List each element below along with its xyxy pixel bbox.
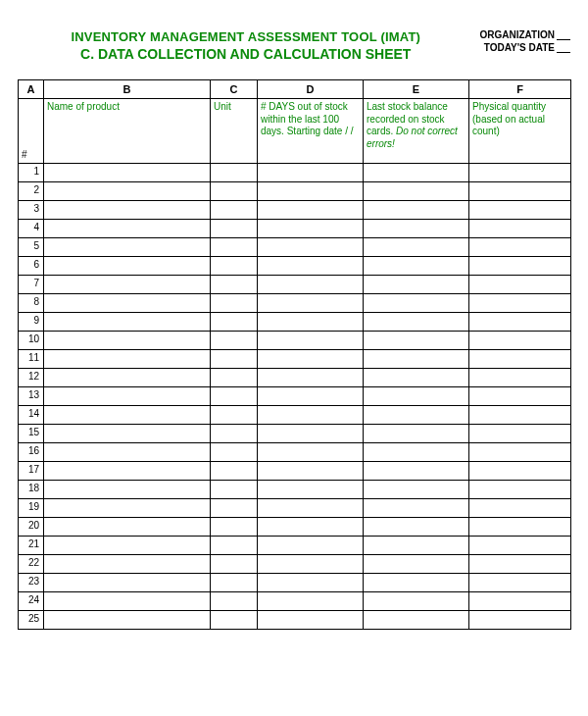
- cell: [258, 164, 364, 182]
- col-letter-e: E: [364, 80, 469, 99]
- cell: [258, 201, 364, 220]
- table-row: 7: [19, 276, 571, 294]
- cell: [469, 350, 571, 369]
- top-row: INVENTORY MANAGEMENT ASSESSMENT TOOL (IM…: [18, 29, 570, 62]
- data-rows: 1234567891011121314151617181920212223242…: [19, 164, 571, 630]
- cell: [211, 238, 258, 257]
- meta-organization: ORGANIZATION: [480, 29, 570, 40]
- table-row: 18: [19, 481, 571, 499]
- table-row: 17: [19, 462, 571, 481]
- cell: [469, 443, 571, 462]
- row-number: 13: [19, 387, 44, 406]
- row-number: 12: [19, 369, 44, 387]
- col-letter-f: F: [469, 80, 571, 99]
- row-number: 21: [19, 537, 44, 555]
- cell: [469, 462, 571, 481]
- cell: [258, 462, 364, 481]
- cell: [44, 350, 211, 369]
- cell: [44, 220, 211, 238]
- row-number: 8: [19, 294, 44, 313]
- cell: [258, 443, 364, 462]
- cell: [211, 257, 258, 276]
- page-container: INVENTORY MANAGEMENT ASSESSMENT TOOL (IM…: [0, 0, 588, 649]
- cell: [211, 555, 258, 574]
- table-row: 24: [19, 592, 571, 611]
- cell: [469, 574, 571, 592]
- cell: [258, 574, 364, 592]
- row-number: 15: [19, 425, 44, 443]
- column-letter-row: A B C D E F: [19, 80, 571, 99]
- cell: [211, 518, 258, 537]
- cell: [469, 425, 571, 443]
- cell: [211, 164, 258, 182]
- table-row: 21: [19, 537, 571, 555]
- table-row: 23: [19, 574, 571, 592]
- cell: [44, 443, 211, 462]
- cell: [364, 406, 469, 425]
- row-number: 7: [19, 276, 44, 294]
- cell: [364, 350, 469, 369]
- row-number: 1: [19, 164, 44, 182]
- cell: [44, 462, 211, 481]
- cell: [469, 481, 571, 499]
- cell: [44, 294, 211, 313]
- table-row: 13: [19, 387, 571, 406]
- cell: [364, 443, 469, 462]
- meta-org-label: ORGANIZATION: [480, 29, 555, 40]
- cell: [258, 537, 364, 555]
- cell: [211, 387, 258, 406]
- cell: [364, 499, 469, 518]
- cell: [44, 592, 211, 611]
- cell: [44, 369, 211, 387]
- col-letter-c: C: [211, 80, 258, 99]
- cell: [211, 350, 258, 369]
- row-number: 25: [19, 611, 44, 630]
- cell: [44, 201, 211, 220]
- cell: [364, 220, 469, 238]
- col-letter-b: B: [44, 80, 211, 99]
- table-row: 25: [19, 611, 571, 630]
- table-row: 2: [19, 182, 571, 201]
- cell: [44, 574, 211, 592]
- cell: [469, 164, 571, 182]
- cell: [469, 182, 571, 201]
- cell: [469, 257, 571, 276]
- cell: [364, 182, 469, 201]
- title-line-2: C. DATA COLLECTION AND CALCULATION SHEET: [18, 46, 474, 62]
- table-row: 16: [19, 443, 571, 462]
- table-row: 5: [19, 238, 571, 257]
- cell: [469, 332, 571, 350]
- cell: [44, 238, 211, 257]
- cell: [44, 313, 211, 332]
- row-number: 24: [19, 592, 44, 611]
- cell: [364, 332, 469, 350]
- cell: [364, 257, 469, 276]
- cell: [211, 537, 258, 555]
- cell: [469, 406, 571, 425]
- cell: [258, 592, 364, 611]
- cell: [44, 406, 211, 425]
- row-number: 17: [19, 462, 44, 481]
- meta-block: ORGANIZATION TODAY'S DATE: [480, 29, 570, 55]
- cell: [211, 443, 258, 462]
- cell: [469, 313, 571, 332]
- table-row: 3: [19, 201, 571, 220]
- table-row: 12: [19, 369, 571, 387]
- cell: [258, 406, 364, 425]
- cell: [469, 611, 571, 630]
- cell: [211, 574, 258, 592]
- cell: [258, 182, 364, 201]
- cell: [469, 518, 571, 537]
- cell: [364, 369, 469, 387]
- header-a: #: [19, 99, 44, 164]
- data-sheet-table: A B C D E F # Name of product Unit # DAY…: [18, 79, 571, 630]
- cell: [211, 611, 258, 630]
- table-row: 15: [19, 425, 571, 443]
- table-row: 22: [19, 555, 571, 574]
- cell: [258, 499, 364, 518]
- cell: [211, 313, 258, 332]
- table-row: 14: [19, 406, 571, 425]
- cell: [44, 481, 211, 499]
- row-number: 10: [19, 332, 44, 350]
- cell: [364, 164, 469, 182]
